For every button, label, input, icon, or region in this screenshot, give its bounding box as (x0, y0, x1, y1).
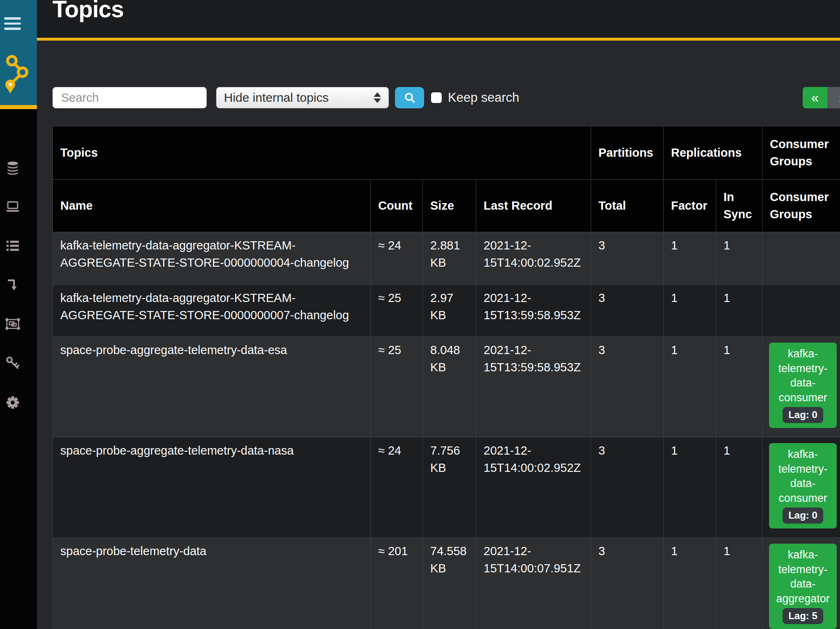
topic-consumer-groups-cell (762, 285, 840, 337)
menu-icon[interactable] (4, 17, 21, 30)
topic-last-record-cell: 2021-12-15T14:00:02.952Z (476, 232, 591, 285)
topic-count-cell: ≈ 24 (371, 232, 423, 285)
sidebar-header (0, 0, 37, 105)
group-header-topics: Topics (53, 126, 591, 180)
column-header-total: Total (591, 180, 664, 232)
topic-name-cell[interactable]: space-probe-aggregate-telemetry-data-nas… (53, 437, 371, 538)
pagination-first-button[interactable]: « (803, 87, 827, 108)
topic-size-cell: 74.558 KB (423, 538, 476, 629)
keep-search-label: Keep search (448, 90, 519, 105)
pagination: « » (803, 87, 840, 108)
consumer-group-lag-badge: Lag: 0 (783, 407, 823, 423)
topic-replication-factor-cell: 1 (664, 538, 716, 629)
topic-replication-factor-cell: 1 (664, 337, 716, 437)
column-header-count: Count (371, 180, 423, 232)
topic-replication-factor-cell: 1 (664, 285, 716, 337)
topic-size-cell: 8.048 KB (423, 337, 476, 437)
object-group-icon (5, 316, 21, 332)
topic-name-cell[interactable]: space-probe-aggregate-telemetry-data-esa (53, 337, 371, 437)
column-header-factor: Factor (664, 180, 716, 232)
sidebar-item-live-tail[interactable] (5, 277, 21, 293)
level-down-icon (5, 277, 21, 293)
main-content: Topics Hide internal topics Keep search … (37, 0, 840, 629)
topic-last-record-cell: 2021-12-15T13:59:58.953Z (476, 337, 591, 437)
column-header-size: Size (423, 180, 476, 232)
topic-partitions-total-cell: 3 (591, 337, 664, 437)
column-header-consumer-groups: Consumer Groups (762, 180, 840, 232)
page-title: Topics (52, 0, 123, 22)
group-header-partitions: Partitions (591, 126, 664, 180)
topic-replication-factor-cell: 1 (664, 232, 716, 285)
topic-last-record-cell: 2021-12-15T13:59:58.953Z (476, 285, 591, 337)
topic-consumer-groups-cell: kafka-telemetry-data-aggregator Lag: 5 (762, 538, 840, 629)
sidebar-item-topics[interactable] (5, 238, 21, 254)
topic-size-cell: 7.756 KB (423, 437, 476, 538)
topic-partitions-total-cell: 3 (591, 232, 664, 285)
search-button[interactable] (395, 87, 424, 108)
topic-in-sync-cell: 1 (716, 337, 762, 437)
column-header-last-record: Last Record (476, 180, 591, 232)
topic-count-cell: ≈ 25 (371, 285, 423, 337)
column-header-in-sync: In Sync (716, 180, 762, 232)
table-row[interactable]: kafka-telemetry-data-aggregator-KSTREAM-… (53, 285, 840, 337)
select-caret-icon (374, 92, 381, 103)
topic-consumer-groups-cell: kafka-telemetry-data-consumer Lag: 0 (762, 437, 840, 538)
topic-size-cell: 2.881 KB (423, 232, 476, 285)
table-row[interactable]: space-probe-telemetry-data ≈ 201 74.558 … (53, 538, 840, 629)
sidebar-item-settings[interactable] (5, 395, 21, 410)
topic-consumer-groups-cell: kafka-telemetry-data-consumer Lag: 0 (762, 337, 840, 437)
topic-in-sync-cell: 1 (716, 285, 762, 337)
table-row[interactable]: space-probe-aggregate-telemetry-data-nas… (53, 437, 840, 538)
consumer-group-badge[interactable]: kafka-telemetry-data-consumer Lag: 0 (769, 443, 837, 528)
table-group-header-row: Topics Partitions Replications Consumer … (53, 126, 840, 180)
page-header (37, 0, 840, 38)
header-accent-rule (37, 38, 840, 41)
consumer-group-name: kafka-telemetry-data-consumer (772, 347, 834, 405)
consumer-group-lag-badge: Lag: 0 (783, 508, 823, 524)
keep-search-checkbox[interactable] (431, 92, 442, 103)
topic-in-sync-cell: 1 (716, 232, 762, 285)
topic-partitions-total-cell: 3 (591, 437, 664, 538)
topic-last-record-cell: 2021-12-15T14:00:07.951Z (476, 538, 591, 629)
topics-filter-select[interactable]: Hide internal topics (216, 87, 389, 108)
topic-count-cell: ≈ 201 (371, 538, 423, 629)
topic-name-cell[interactable]: space-probe-telemetry-data (53, 538, 371, 629)
sidebar-item-consumer-groups[interactable] (5, 316, 21, 332)
consumer-group-badge[interactable]: kafka-telemetry-data-consumer Lag: 0 (769, 343, 837, 428)
table-row[interactable]: kafka-telemetry-data-aggregator-KSTREAM-… (53, 232, 840, 285)
laptop-icon (5, 199, 21, 215)
list-icon (5, 238, 21, 254)
table-column-header-row: Name Count Size Last Record Total Factor… (53, 180, 840, 232)
pagination-last-button[interactable]: » (827, 87, 840, 108)
topic-consumer-groups-cell (762, 232, 840, 285)
topic-in-sync-cell: 1 (716, 538, 762, 629)
topic-last-record-cell: 2021-12-15T14:00:02.952Z (476, 437, 591, 538)
sidebar-item-cluster[interactable] (5, 160, 21, 176)
topic-replication-factor-cell: 1 (664, 437, 716, 538)
search-icon (403, 91, 416, 104)
gear-icon (5, 395, 21, 410)
sidebar (0, 0, 37, 629)
database-icon (5, 160, 21, 176)
search-input[interactable] (52, 87, 207, 108)
consumer-group-name: kafka-telemetry-data-consumer (772, 447, 834, 506)
sidebar-item-nodes[interactable] (5, 199, 21, 215)
akhq-logo[interactable] (3, 53, 30, 98)
topic-in-sync-cell: 1 (716, 437, 762, 538)
consumer-group-lag-badge: Lag: 5 (783, 608, 823, 624)
topic-name-cell[interactable]: kafka-telemetry-data-aggregator-KSTREAM-… (53, 285, 371, 337)
topic-count-cell: ≈ 25 (371, 337, 423, 437)
sidebar-item-acls[interactable] (5, 355, 21, 371)
consumer-group-name: kafka-telemetry-data-aggregator (772, 548, 834, 606)
column-header-name: Name (53, 180, 371, 232)
group-header-consumer-groups: Consumer Groups (762, 126, 840, 180)
consumer-group-badge[interactable]: kafka-telemetry-data-aggregator Lag: 5 (769, 544, 837, 629)
toolbar: Hide internal topics Keep search « » (52, 87, 840, 108)
topic-count-cell: ≈ 24 (371, 437, 423, 538)
table-row[interactable]: space-probe-aggregate-telemetry-data-esa… (53, 337, 840, 437)
sidebar-accent-bar (0, 105, 37, 109)
topic-name-cell[interactable]: kafka-telemetry-data-aggregator-KSTREAM-… (53, 232, 371, 285)
topic-partitions-total-cell: 3 (591, 285, 664, 337)
key-icon (5, 355, 21, 371)
topic-partitions-total-cell: 3 (591, 538, 664, 629)
